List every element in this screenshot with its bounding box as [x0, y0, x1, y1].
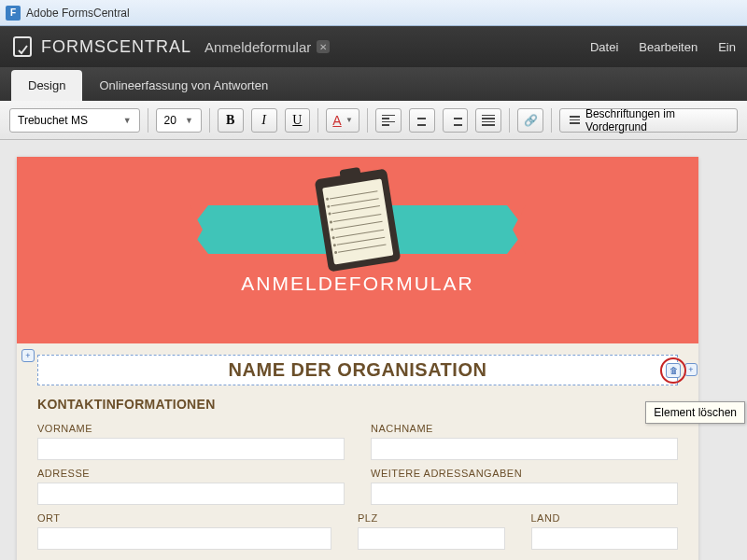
align-right-button[interactable] — [443, 108, 469, 133]
org-heading: NAME DER ORGANISATION — [46, 359, 669, 381]
label-address2: WEITERE ADRESSANGABEN — [371, 468, 678, 479]
input-address[interactable] — [37, 483, 345, 505]
text-color-button[interactable]: A▼ — [326, 108, 359, 133]
input-address2[interactable] — [371, 483, 678, 505]
main-menu: Datei Bearbeiten Ein — [590, 40, 736, 54]
menu-file[interactable]: Datei — [590, 40, 618, 54]
underline-button[interactable]: U — [285, 108, 311, 133]
chevron-down-icon: ▼ — [123, 116, 132, 125]
selected-heading-field[interactable]: + NAME DER ORGANISATION 🗑 + — [37, 355, 678, 385]
labels-foreground-button[interactable]: Beschriftungen im Vordergrund — [559, 108, 738, 133]
font-size-select[interactable]: 20▼ — [156, 108, 202, 133]
form-page: ANMELDEFORMULAR + NAME DER ORGANISATION … — [17, 157, 698, 560]
input-lastname[interactable] — [371, 438, 678, 460]
input-zip[interactable] — [358, 527, 505, 550]
delete-tooltip: Element löschen — [645, 401, 745, 424]
input-city[interactable] — [37, 527, 331, 550]
clipboard-icon — [315, 169, 402, 273]
form-body: + NAME DER ORGANISATION 🗑 + KONTAKTINFOR… — [17, 343, 698, 560]
align-center-button[interactable] — [409, 108, 435, 133]
add-after-handle[interactable]: + — [684, 363, 698, 376]
label-country: LAND — [531, 512, 679, 524]
label-lastname: NACHNAME — [371, 423, 678, 434]
close-document-icon[interactable]: ✕ — [317, 40, 330, 53]
tab-design[interactable]: Design — [11, 70, 82, 101]
add-before-handle[interactable]: + — [21, 349, 35, 362]
font-family-select[interactable]: Trebuchet MS▼ — [9, 108, 140, 133]
formscentral-logo-icon — [11, 35, 34, 58]
brand-name: FORMSCENTRAL — [41, 37, 191, 57]
align-left-button[interactable] — [375, 108, 402, 133]
input-firstname[interactable] — [37, 438, 345, 460]
lines-icon — [570, 116, 580, 124]
form-title: ANMELDEFORMULAR — [241, 273, 473, 295]
chevron-down-icon: ▼ — [345, 116, 353, 124]
align-left-icon — [382, 115, 395, 126]
link-icon: 🔗 — [524, 114, 538, 127]
menu-settings[interactable]: Ein — [718, 40, 736, 54]
italic-button[interactable]: I — [251, 108, 277, 133]
tab-responses[interactable]: Onlineerfassung von Antworten — [82, 70, 285, 101]
label-zip: PLZ — [358, 512, 505, 524]
design-canvas[interactable]: ANMELDEFORMULAR + NAME DER ORGANISATION … — [0, 140, 747, 560]
align-right-icon — [449, 115, 462, 126]
label-firstname: VORNAME — [37, 423, 345, 434]
label-city: ORT — [37, 512, 331, 524]
align-center-icon — [416, 115, 429, 126]
link-button[interactable]: 🔗 — [517, 108, 543, 133]
form-header-banner: ANMELDEFORMULAR — [17, 157, 698, 343]
input-country[interactable] — [531, 527, 679, 550]
document-title: Anmeldeformular ✕ — [204, 39, 330, 55]
menu-edit[interactable]: Bearbeiten — [639, 40, 698, 54]
chevron-down-icon: ▼ — [185, 116, 193, 125]
format-toolbar: Trebuchet MS▼ 20▼ B I U A▼ 🔗 Beschriftun… — [0, 101, 747, 140]
contact-heading: KONTAKTINFORMATIONEN — [37, 397, 678, 412]
tab-row: Design Onlineerfassung von Antworten — [0, 67, 747, 101]
window-title: Adobe FormsCentral — [26, 7, 130, 20]
align-justify-icon — [482, 115, 495, 126]
bold-button[interactable]: B — [218, 108, 244, 133]
label-address: ADRESSE — [37, 468, 345, 479]
window-titlebar: F Adobe FormsCentral — [0, 0, 747, 26]
app-icon: F — [6, 6, 21, 21]
delete-element-button[interactable]: 🗑 — [666, 363, 681, 378]
trash-icon: 🗑 — [669, 366, 678, 375]
app-header: FORMSCENTRAL Anmeldeformular ✕ Datei Bea… — [0, 26, 747, 67]
align-justify-button[interactable] — [475, 108, 501, 133]
